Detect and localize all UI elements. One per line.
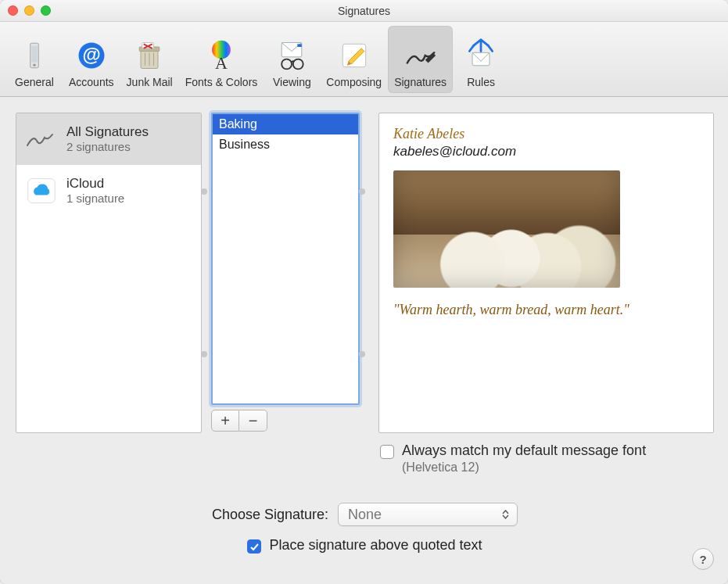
- match-font-row: Always match my default message font (He…: [380, 442, 714, 475]
- account-text: All Signatures 2 signatures: [66, 124, 149, 153]
- tab-label: Fonts & Colors: [185, 76, 258, 88]
- general-icon: [16, 37, 53, 74]
- choose-signature-value: None: [348, 507, 382, 523]
- rules-icon: [462, 37, 500, 74]
- account-all-signatures[interactable]: All Signatures 2 signatures: [16, 113, 201, 165]
- svg-rect-1: [32, 45, 38, 62]
- match-font-checkbox[interactable]: [380, 445, 394, 459]
- tab-label: Rules: [467, 76, 495, 88]
- column-splitter-2[interactable]: [360, 113, 364, 433]
- tab-label: Junk Mail: [127, 76, 173, 88]
- below-panels: Always match my default message font (He…: [0, 433, 728, 554]
- add-signature-button[interactable]: +: [211, 410, 239, 432]
- composing-icon: [335, 37, 373, 74]
- svg-text:@: @: [82, 44, 100, 65]
- tab-label: Composing: [326, 76, 382, 88]
- signature-glyph-icon: [24, 122, 59, 156]
- tab-rules[interactable]: Rules: [453, 26, 509, 93]
- place-above-checkbox[interactable]: [247, 539, 261, 554]
- plus-icon: +: [221, 412, 230, 430]
- svg-rect-20: [472, 52, 490, 65]
- signature-names-list[interactable]: Baking Business: [211, 113, 360, 405]
- tab-viewing[interactable]: Viewing: [264, 26, 320, 93]
- account-subtitle: 2 signatures: [66, 140, 149, 153]
- svg-point-17: [282, 59, 292, 69]
- minimize-window-button[interactable]: [24, 5, 34, 16]
- choose-signature-label: Choose Signature:: [212, 507, 328, 523]
- signatures-icon: [402, 37, 439, 74]
- choose-signature-popup[interactable]: None: [338, 503, 518, 526]
- fonts-colors-icon: A: [203, 37, 240, 74]
- tab-accounts[interactable]: @ Accounts: [63, 26, 120, 93]
- preferences-window: Signatures General @ Accounts Junk Mail: [0, 0, 728, 584]
- tab-signatures[interactable]: Signatures: [388, 26, 453, 93]
- account-subtitle: 1 signature: [66, 192, 124, 205]
- tab-composing[interactable]: Composing: [320, 26, 388, 93]
- tab-junk-mail[interactable]: Junk Mail: [120, 26, 179, 93]
- match-font-note: (Helvetica 12): [402, 460, 646, 475]
- accounts-icon: @: [73, 37, 110, 74]
- bottom-controls: Choose Signature: None Place signature a…: [16, 503, 714, 554]
- drag-handle-icon: [201, 351, 207, 357]
- drag-handle-icon: [201, 188, 207, 195]
- titlebar: Signatures: [0, 0, 728, 22]
- svg-rect-16: [298, 44, 303, 47]
- preview-image: [393, 170, 620, 288]
- junk-mail-icon: [131, 37, 168, 74]
- signature-preview[interactable]: Katie Abeles kabeles@icloud.com "Warm he…: [378, 113, 714, 433]
- account-title: iCloud: [66, 176, 124, 192]
- signature-item-baking[interactable]: Baking: [213, 114, 358, 134]
- drag-handle-icon: [359, 351, 365, 357]
- close-window-button[interactable]: [8, 5, 18, 16]
- popup-arrows-icon: [498, 510, 512, 519]
- minus-icon: −: [249, 412, 258, 430]
- preview-name: Katie Abeles: [393, 126, 699, 142]
- signature-list-buttons: + −: [211, 410, 360, 433]
- window-controls: [8, 5, 51, 16]
- place-above-label: Place signature above quoted text: [269, 537, 482, 554]
- svg-point-18: [293, 59, 303, 69]
- match-font-text: Always match my default message font (He…: [402, 442, 646, 475]
- match-font-label: Always match my default message font: [402, 442, 646, 459]
- column-splitter-1[interactable]: [202, 113, 206, 433]
- icloud-icon: [24, 174, 59, 208]
- tab-label: Signatures: [394, 76, 446, 88]
- svg-point-2: [33, 63, 36, 66]
- account-icloud[interactable]: iCloud 1 signature: [16, 165, 201, 217]
- preview-quote: "Warm hearth, warm bread, warm heart.": [393, 302, 699, 318]
- place-above-row: Place signature above quoted text: [247, 537, 482, 554]
- preferences-toolbar: General @ Accounts Junk Mail A Fonts & C: [0, 22, 728, 97]
- tab-fonts-colors[interactable]: A Fonts & Colors: [179, 26, 264, 93]
- tab-general[interactable]: General: [6, 26, 63, 93]
- zoom-window-button[interactable]: [41, 5, 51, 16]
- window-title: Signatures: [338, 5, 390, 17]
- signature-names-column: Baking Business + −: [211, 113, 360, 433]
- drag-handle-icon: [359, 188, 365, 195]
- help-button[interactable]: ?: [692, 548, 714, 570]
- account-text: iCloud 1 signature: [66, 176, 124, 205]
- accounts-list[interactable]: All Signatures 2 signatures iCloud 1 sig…: [16, 113, 202, 433]
- tab-label: Viewing: [273, 76, 311, 88]
- preview-email: kabeles@icloud.com: [393, 144, 699, 159]
- remove-signature-button[interactable]: −: [239, 410, 267, 432]
- viewing-icon: [273, 37, 310, 74]
- signature-item-business[interactable]: Business: [213, 134, 358, 155]
- tab-label: General: [15, 76, 54, 88]
- signatures-body: All Signatures 2 signatures iCloud 1 sig…: [0, 97, 728, 433]
- svg-text:A: A: [215, 52, 228, 72]
- account-title: All Signatures: [66, 124, 149, 140]
- help-icon: ?: [699, 553, 706, 566]
- tab-label: Accounts: [69, 76, 114, 88]
- choose-signature-row: Choose Signature: None: [212, 503, 518, 526]
